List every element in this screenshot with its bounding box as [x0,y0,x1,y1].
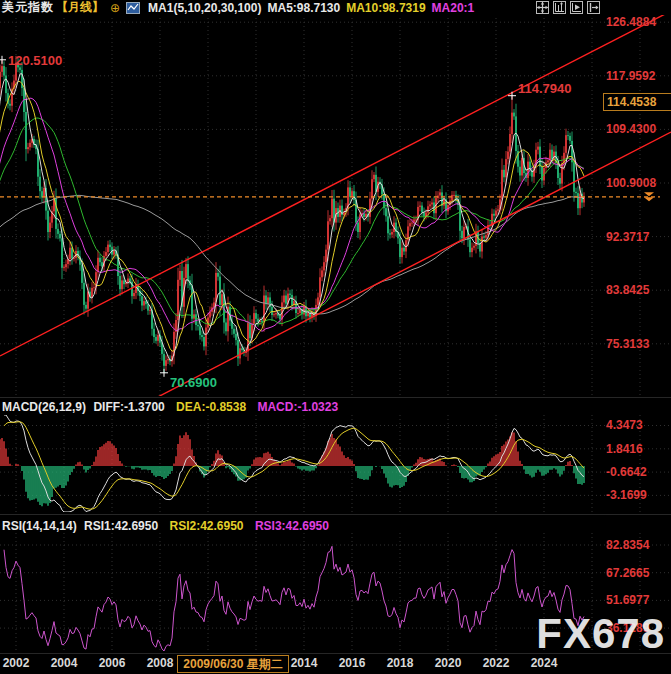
x-axis-year-label: 2002 [0,656,36,670]
macd-axis-label: 1.8416 [606,442,670,456]
price-annotation: 120.5100 [8,53,62,68]
crosshair-price-label: 114.4538 [603,93,671,111]
price-chart-canvas[interactable]: 120.510070.6900114.7940 [0,0,671,674]
macd-axis-label: 4.3473 [606,418,670,432]
chart-type-icon[interactable] [126,2,140,14]
watermark: FX678 [536,610,665,658]
price-axis-label: 126.4884 [606,15,670,29]
pane-separator [0,514,671,515]
ma10-value: MA10:98.7319 [346,1,425,15]
macd-axis-label: -3.1699 [606,488,670,502]
ma5-value: MA5:98.7130 [267,1,340,15]
price-axis-label: 83.8425 [606,283,670,297]
instrument-title: 美元指数 [2,0,54,16]
price-axis-label: 117.9592 [606,69,670,83]
macd-name[interactable]: MACD(26,12,9) [2,400,86,414]
price-annotation: 70.6900 [170,375,217,390]
x-axis-year-label: 2022 [476,656,516,670]
crosshair-date-label: 2009/06/30 星期二 [177,655,289,673]
rsi1-value: RSI1:42.6950 [84,519,158,533]
x-axis-year-label: 2014 [284,656,324,670]
rsi-name[interactable]: RSI(14,14,14) [2,519,77,533]
ma-settings-label: MA1(5,10,20,30,100) [148,1,261,15]
timeframe-label: 【月线】 [56,0,104,16]
x-axis-year-label: 2024 [524,656,564,670]
x-axis-year-label: 2020 [428,656,468,670]
rsi-indicator-row: RSI(14,14,14) RSI1:42.6950 RSI2:42.6950 … [2,519,329,533]
rsi-axis-label: 82.8354 [606,538,670,552]
chart-app: 120.510070.6900114.7940 美元指数 【月线】 ⊕ MA1(… [0,0,671,674]
pan-crosshair-icon[interactable] [536,1,549,14]
rsi-axis-label: 67.2665 [606,566,670,580]
chart-toolbar [536,1,600,14]
x-axis-year-label: 2004 [44,656,84,670]
chart-play-icon[interactable] [570,1,583,14]
macd-indicator-row: MACD(26,12,9) DIFF:-1.3700 DEA:-0.8538 M… [2,400,338,414]
rsi2-value: RSI2:42.6950 [169,519,243,533]
price-axis-label: 109.4300 [606,122,670,136]
price-axis-label: 75.3133 [606,337,670,351]
ma20-value: MA20:1 [432,1,475,15]
x-axis-year-label: 2006 [92,656,132,670]
x-axis-year-label: 2016 [332,656,372,670]
price-axis-label: 100.9008 [606,176,670,190]
macd-axis-label: -0.6642 [606,465,670,479]
x-axis-year-label: 2018 [380,656,420,670]
pane-separator [0,397,671,398]
rsi-axis-label: 51.6977 [606,593,670,607]
price-axis-label: 92.3717 [606,230,670,244]
chart-scale-up-icon[interactable] [553,1,566,14]
price-annotation: 114.7940 [518,81,572,96]
macd-macd-value: MACD:-1.0323 [257,400,338,414]
macd-diff-value: DIFF:-1.3700 [93,400,164,414]
rsi3-value: RSI3:42.6950 [255,519,329,533]
macd-dea-value: DEA:-0.8538 [176,400,246,414]
x-axis-year-label: 2008 [140,656,180,670]
step-forward-icon[interactable] [587,1,600,14]
collapse-icon[interactable]: ⊕ [110,1,120,15]
